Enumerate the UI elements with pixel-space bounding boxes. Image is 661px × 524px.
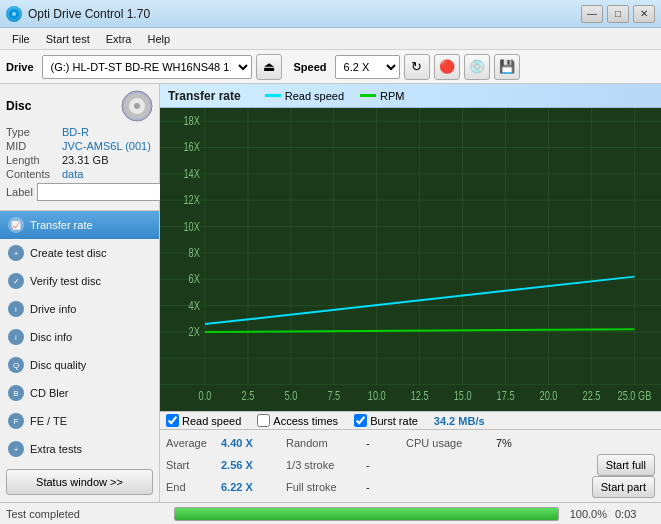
type-label: Type [6, 126, 58, 138]
close-button[interactable]: ✕ [633, 5, 655, 23]
contents-label: Contents [6, 168, 58, 180]
svg-text:2.5: 2.5 [242, 389, 255, 402]
save-button[interactable]: 💾 [494, 54, 520, 80]
sidebar-item-fe-te[interactable]: F FE / TE [0, 407, 159, 435]
svg-text:25.0 GB: 25.0 GB [618, 389, 652, 402]
stroke-1-3-value: - [366, 459, 396, 471]
end-value: 6.22 X [221, 481, 276, 493]
drive-info-icon: i [8, 301, 24, 317]
eject-button[interactable]: ⏏ [256, 54, 282, 80]
svg-text:7.5: 7.5 [327, 389, 340, 402]
average-value: 4.40 X [221, 437, 276, 449]
svg-text:22.5: 22.5 [583, 389, 601, 402]
disc-info-icon: i [8, 329, 24, 345]
disc-panel: Disc Type BD-R MID JVC-AMS6L (001) Lengt… [0, 84, 159, 211]
label-input[interactable] [37, 183, 170, 201]
svg-text:5.0: 5.0 [284, 389, 297, 402]
svg-text:12.5: 12.5 [411, 389, 429, 402]
chart-svg-container: 18X 16X 14X 12X 10X 8X 6X 4X 2X 0.0 2.5 … [160, 108, 661, 411]
svg-text:10X: 10X [183, 219, 199, 232]
sidebar-item-transfer-rate[interactable]: 📈 Transfer rate [0, 211, 159, 239]
read-speed-checkbox[interactable] [166, 414, 179, 427]
start-part-button[interactable]: Start part [592, 476, 655, 498]
full-stroke-label: Full stroke [286, 481, 366, 493]
access-times-checkbox-label: Access times [273, 415, 338, 427]
cpu-usage-label: CPU usage [406, 437, 496, 449]
disc-quality-icon: Q [8, 357, 24, 373]
chart-header: Transfer rate Read speed RPM [160, 84, 661, 108]
main-content: Disc Type BD-R MID JVC-AMS6L (001) Lengt… [0, 84, 661, 502]
title-bar: Opti Drive Control 1.70 — □ ✕ [0, 0, 661, 28]
sidebar-item-cd-bler[interactable]: B CD Bler [0, 379, 159, 407]
mid-label: MID [6, 140, 58, 152]
access-times-checkbox-item: Access times [257, 414, 338, 427]
read-speed-checkbox-label: Read speed [182, 415, 241, 427]
progress-bar-container [174, 507, 559, 521]
speed-select[interactable]: 6.2 X [335, 55, 400, 79]
full-stroke-value: - [366, 481, 396, 493]
stats-checkboxes-row: Read speed Access times Burst rate 34.2 … [160, 411, 661, 429]
start-row: Start 2.56 X 1/3 stroke - Start full [166, 454, 655, 476]
svg-text:15.0: 15.0 [454, 389, 472, 402]
legend-read-speed: Read speed [265, 90, 344, 102]
legend-rpm-color [360, 94, 376, 97]
start-label: Start [166, 459, 221, 471]
start-value: 2.56 X [221, 459, 276, 471]
sidebar-item-drive-info[interactable]: i Drive info [0, 295, 159, 323]
length-label: Length [6, 154, 58, 166]
disc-button[interactable]: 💿 [464, 54, 490, 80]
svg-text:0.0: 0.0 [199, 389, 212, 402]
disc-title: Disc [6, 99, 31, 113]
cd-bler-icon: B [8, 385, 24, 401]
access-times-checkbox[interactable] [257, 414, 270, 427]
legend-rpm: RPM [360, 90, 404, 102]
burst-rate-checkbox-label: Burst rate [370, 415, 418, 427]
sidebar-item-disc-info[interactable]: i Disc info [0, 323, 159, 351]
refresh-button[interactable]: ↻ [404, 54, 430, 80]
average-label: Average [166, 437, 221, 449]
svg-point-4 [134, 103, 140, 109]
maximize-button[interactable]: □ [607, 5, 629, 23]
mid-value: JVC-AMS6L (001) [62, 140, 151, 152]
progress-bar-fill [175, 508, 558, 520]
sidebar-item-create-test-disc[interactable]: + Create test disc [0, 239, 159, 267]
menu-file[interactable]: File [4, 31, 38, 47]
title-text: Opti Drive Control 1.70 [28, 7, 150, 21]
content-area: Transfer rate Read speed RPM [160, 84, 661, 502]
type-value: BD-R [62, 126, 89, 138]
speed-label: Speed [294, 61, 327, 73]
disc-graphic-icon [121, 90, 153, 122]
start-full-button[interactable]: Start full [597, 454, 655, 476]
cpu-usage-value: 7% [496, 437, 512, 449]
minimize-button[interactable]: — [581, 5, 603, 23]
svg-text:17.5: 17.5 [497, 389, 515, 402]
menu-extra[interactable]: Extra [98, 31, 140, 47]
chart-title: Transfer rate [168, 89, 241, 103]
svg-text:16X: 16X [183, 140, 199, 153]
legend-read-color [265, 94, 281, 97]
fe-te-icon: F [8, 413, 24, 429]
status-window-button[interactable]: Status window >> [6, 469, 153, 495]
stroke-1-3-label: 1/3 stroke [286, 459, 366, 471]
end-label: End [166, 481, 221, 493]
menu-start-test[interactable]: Start test [38, 31, 98, 47]
sidebar-item-disc-quality[interactable]: Q Disc quality [0, 351, 159, 379]
menu-help[interactable]: Help [139, 31, 178, 47]
extra-tests-icon: + [8, 441, 24, 457]
toolbar: Drive (G:) HL-DT-ST BD-RE WH16NS48 1.D3 … [0, 50, 661, 84]
svg-text:8X: 8X [189, 246, 200, 259]
drive-label: Drive [6, 61, 34, 73]
svg-text:14X: 14X [183, 167, 199, 180]
burst-rate-checkbox-item: Burst rate [354, 414, 418, 427]
app-icon [6, 6, 22, 22]
legend-read-label: Read speed [285, 90, 344, 102]
average-row: Average 4.40 X Random - CPU usage 7% [166, 432, 655, 454]
svg-text:12X: 12X [183, 193, 199, 206]
burst-rate-checkbox[interactable] [354, 414, 367, 427]
drive-select[interactable]: (G:) HL-DT-ST BD-RE WH16NS48 1.D3 [42, 55, 252, 79]
sidebar-item-verify-test-disc[interactable]: ✓ Verify test disc [0, 267, 159, 295]
sidebar-item-extra-tests[interactable]: + Extra tests [0, 435, 159, 463]
burn-button[interactable]: 🔴 [434, 54, 460, 80]
burst-rate-value: 34.2 MB/s [434, 415, 485, 427]
svg-text:6X: 6X [189, 272, 200, 285]
